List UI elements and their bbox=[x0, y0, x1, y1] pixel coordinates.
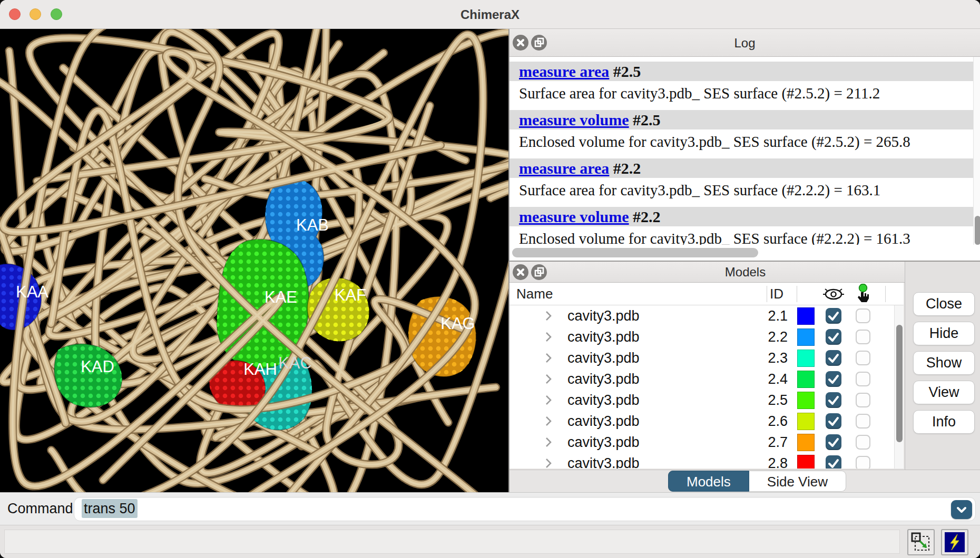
scrollbar-thumb[interactable] bbox=[896, 325, 903, 442]
selected-checkbox[interactable] bbox=[856, 330, 870, 344]
model-color-swatch[interactable] bbox=[797, 413, 815, 430]
shown-checkbox[interactable] bbox=[826, 392, 841, 408]
model-name: cavity3.pdb bbox=[567, 411, 640, 432]
model-id: 2.3 bbox=[735, 347, 788, 368]
command-help-link[interactable]: measure area bbox=[519, 63, 609, 80]
model-id: 2.4 bbox=[735, 368, 788, 390]
model-color-swatch[interactable] bbox=[797, 371, 815, 388]
command-history-dropdown-button[interactable] bbox=[951, 500, 972, 519]
hide-button[interactable]: Hide bbox=[913, 322, 975, 345]
model-color-swatch[interactable] bbox=[797, 434, 815, 451]
model-name: cavity3.pdb bbox=[567, 347, 640, 368]
log-horizontal-scrollbar[interactable] bbox=[509, 245, 980, 261]
shown-checkbox[interactable] bbox=[826, 434, 841, 450]
models-table-header: Name ID bbox=[509, 283, 904, 305]
model-id: 2.7 bbox=[735, 432, 788, 453]
model-id: 2.1 bbox=[735, 305, 788, 326]
selected-checkbox[interactable] bbox=[856, 308, 870, 323]
shown-checkbox[interactable] bbox=[826, 329, 841, 345]
chevron-right-icon[interactable] bbox=[544, 352, 553, 366]
model-name: cavity3.pdb bbox=[567, 453, 640, 469]
model-name: cavity3.pdb bbox=[567, 326, 640, 347]
molecule-render: KAA KAB KAE KAF KAG KAC KAH KAD bbox=[0, 29, 508, 492]
rapid-command-button[interactable] bbox=[941, 529, 968, 555]
resize-graphics-window-button[interactable] bbox=[907, 529, 935, 555]
selected-checkbox[interactable] bbox=[856, 393, 870, 407]
cavity-label-kag: KAG bbox=[440, 314, 475, 333]
column-header-name[interactable]: Name bbox=[516, 283, 553, 305]
selected-checkbox[interactable] bbox=[856, 435, 870, 450]
model-color-swatch[interactable] bbox=[797, 455, 815, 469]
table-row[interactable]: cavity3.pdb2.3 bbox=[509, 347, 904, 368]
column-separator bbox=[767, 286, 767, 302]
cavity-label-kaa: KAA bbox=[16, 283, 48, 301]
model-color-swatch[interactable] bbox=[797, 350, 815, 367]
log-result-line: Surface area for cavity3.pdb_ SES surfac… bbox=[509, 84, 980, 102]
status-bar bbox=[0, 525, 980, 558]
chevron-right-icon[interactable] bbox=[544, 394, 553, 408]
chevron-right-icon[interactable] bbox=[544, 331, 553, 345]
models-panel: Models Name ID bbox=[509, 261, 980, 492]
table-row[interactable]: cavity3.pdb2.1 bbox=[509, 305, 904, 326]
info-button[interactable]: Info bbox=[913, 410, 975, 434]
table-row[interactable]: cavity3.pdb2.8 bbox=[509, 453, 904, 469]
close-button[interactable]: Close bbox=[913, 292, 975, 316]
graphics-viewport[interactable]: KAA KAB KAE KAF KAG KAC KAH KAD bbox=[0, 29, 508, 492]
tab-side-view[interactable]: Side View bbox=[749, 471, 846, 492]
log-content[interactable]: measure area #2.5Surface area for cavity… bbox=[509, 57, 980, 245]
model-name: cavity3.pdb bbox=[567, 368, 640, 390]
chevron-right-icon[interactable] bbox=[544, 373, 553, 387]
shown-checkbox[interactable] bbox=[826, 371, 841, 387]
model-color-swatch[interactable] bbox=[797, 307, 815, 325]
cavity-label-kae: KAE bbox=[264, 288, 297, 306]
table-row[interactable]: cavity3.pdb2.4 bbox=[509, 368, 904, 390]
chevron-right-icon[interactable] bbox=[544, 415, 553, 429]
show-button[interactable]: Show bbox=[913, 351, 975, 375]
cavity-label-kac: KAC bbox=[278, 354, 312, 372]
scrollbar-thumb[interactable] bbox=[512, 248, 758, 257]
model-color-swatch[interactable] bbox=[797, 328, 815, 346]
selected-checkbox[interactable] bbox=[856, 351, 870, 365]
hand-select-icon[interactable] bbox=[854, 284, 872, 304]
shown-checkbox[interactable] bbox=[826, 308, 841, 324]
shown-checkbox[interactable] bbox=[826, 455, 841, 469]
chevron-right-icon[interactable] bbox=[544, 457, 553, 469]
log-result-line: Enclosed volume for cavity3.pdb_ SES sur… bbox=[509, 133, 980, 151]
table-row[interactable]: cavity3.pdb2.2 bbox=[509, 326, 904, 347]
chevron-right-icon[interactable] bbox=[544, 310, 553, 324]
selected-checkbox[interactable] bbox=[856, 372, 870, 386]
shown-checkbox[interactable] bbox=[826, 350, 841, 366]
table-row[interactable]: cavity3.pdb2.5 bbox=[509, 390, 904, 411]
models-vertical-scrollbar[interactable] bbox=[894, 305, 904, 469]
command-text[interactable]: trans 50 bbox=[82, 501, 138, 517]
shown-checkbox[interactable] bbox=[826, 413, 841, 429]
model-id: 2.2 bbox=[735, 326, 788, 347]
table-row[interactable]: cavity3.pdb2.7 bbox=[509, 432, 904, 453]
cavity-label-kab: KAB bbox=[296, 216, 329, 234]
cavity-label-kah: KAH bbox=[243, 360, 277, 378]
scrollbar-thumb[interactable] bbox=[975, 216, 980, 245]
log-vertical-scrollbar[interactable] bbox=[973, 57, 980, 245]
command-label: Command: bbox=[7, 493, 77, 525]
tab-models[interactable]: Models bbox=[668, 471, 749, 492]
model-id: 2.6 bbox=[735, 411, 788, 432]
chevron-right-icon[interactable] bbox=[544, 436, 553, 450]
column-header-id[interactable]: ID bbox=[770, 283, 783, 305]
selected-checkbox[interactable] bbox=[856, 456, 870, 469]
cavity-label-kaf: KAF bbox=[335, 286, 366, 304]
log-result-line: Surface area for cavity3.pdb_ SES surfac… bbox=[509, 181, 980, 199]
model-color-swatch[interactable] bbox=[797, 392, 815, 409]
table-row[interactable]: cavity3.pdb2.6 bbox=[509, 411, 904, 432]
command-input[interactable]: trans 50 bbox=[74, 497, 976, 521]
chimerax-window: ChimeraX bbox=[0, 0, 980, 558]
selected-text: trans 50 bbox=[82, 499, 138, 518]
command-help-link[interactable]: measure area bbox=[519, 160, 609, 177]
eye-icon[interactable] bbox=[822, 287, 845, 302]
command-help-link[interactable]: measure volume bbox=[519, 111, 629, 128]
models-table-body: cavity3.pdb2.1cavity3.pdb2.2cavity3.pdb2… bbox=[509, 305, 904, 469]
model-name: cavity3.pdb bbox=[567, 432, 640, 453]
selected-checkbox[interactable] bbox=[856, 414, 870, 429]
model-name: cavity3.pdb bbox=[567, 305, 640, 326]
view-button[interactable]: View bbox=[913, 381, 975, 404]
command-help-link[interactable]: measure volume bbox=[519, 208, 629, 225]
